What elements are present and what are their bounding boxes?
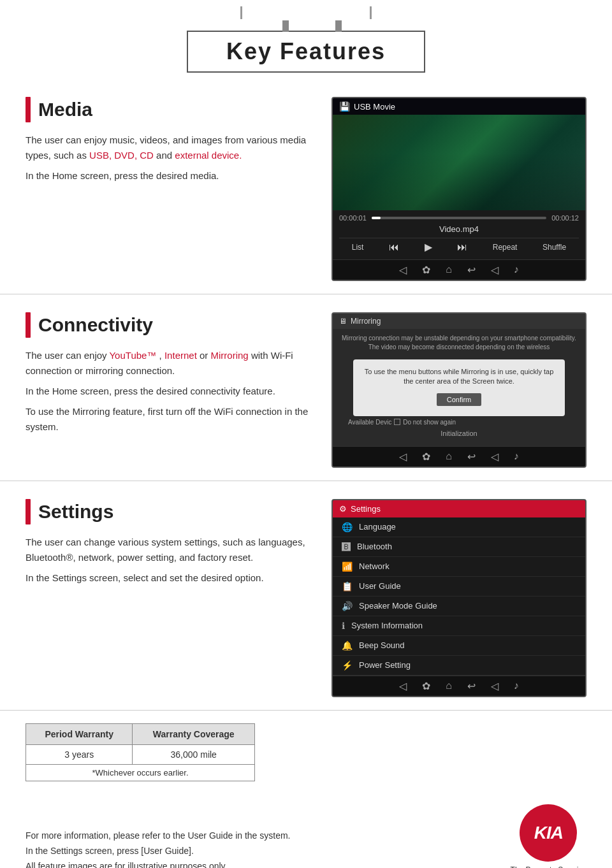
settings-network-label: Network (359, 561, 390, 571)
usb-progress-fill (372, 217, 381, 219)
mirror-nav-settings[interactable]: ✿ (422, 451, 430, 463)
mirror-confirm-btn[interactable]: Confirm (437, 393, 482, 406)
mirror-nav-sound[interactable]: ◁ (491, 451, 499, 463)
mirror-checkbox-label: Do not show again (403, 419, 456, 426)
settings-body2: In the Settings screen, select and set t… (26, 570, 312, 586)
settings-item-beep[interactable]: 🔔 Beep Sound (333, 636, 585, 656)
nav-mute-icon[interactable]: ♪ (514, 264, 519, 276)
footer-line1: For more information, please refer to th… (26, 828, 291, 844)
settings-nav-mute[interactable]: ♪ (514, 680, 519, 692)
connectivity-body1b: , (159, 350, 164, 361)
mirror-dialog: To use the menu buttons while Mirroring … (353, 359, 565, 416)
usb-topbar-label: USB Movie (354, 102, 395, 112)
mirror-topbar-icon: 🖥 (339, 317, 347, 326)
sysinfo-icon: ℹ (342, 621, 345, 631)
mirror-nav-home[interactable]: ⌂ (446, 451, 452, 463)
warranty-table: Period Warranty Warranty Coverage 3 year… (26, 723, 255, 765)
mirror-body: Mirroring connection may be unstable dep… (333, 329, 585, 446)
connectivity-title: Connectivity (38, 314, 153, 336)
warranty-col2-header: Warranty Coverage (133, 723, 255, 744)
nav-sound-icon[interactable]: ◁ (491, 264, 499, 276)
nav-return-icon[interactable]: ↩ (467, 264, 476, 276)
footer-text: For more information, please refer to th… (26, 828, 291, 868)
usb-icon: 💾 (339, 101, 350, 112)
footer-section: For more information, please refer to th… (0, 794, 612, 868)
warranty-section: Period Warranty Warranty Coverage 3 year… (0, 711, 612, 794)
media-highlight2: external device. (175, 150, 242, 161)
mirror-available-label: Available Devic (348, 419, 391, 426)
mirror-dialog-text: To use the menu buttons while Mirroring … (363, 367, 555, 387)
settings-nav-back[interactable]: ◁ (399, 680, 407, 692)
beep-icon: 🔔 (342, 640, 353, 651)
settings-topbar-label: Settings (351, 504, 381, 514)
settings-title: Settings (38, 501, 113, 523)
settings-language-label: Language (359, 522, 396, 532)
settings-item-power[interactable]: ⚡ Power Setting (333, 656, 585, 676)
settings-screen-mock: ⚙ Settings 🌐 Language 🅱 Bluetooth 📶 Netw… (332, 499, 586, 697)
connectivity-section: Connectivity The user can enjoy YouTube™… (0, 294, 612, 481)
usb-next-btn[interactable]: ⏭ (457, 242, 467, 253)
usb-progress-row: 00:00:01 00:00:12 (339, 214, 579, 222)
mirror-checkbox[interactable] (394, 419, 400, 425)
settings-list: 🌐 Language 🅱 Bluetooth 📶 Network 📋 User … (333, 517, 585, 676)
network-icon: 📶 (342, 561, 353, 572)
usb-topbar: 💾 USB Movie (333, 98, 585, 115)
bluetooth-icon: 🅱 (342, 542, 351, 552)
settings-item-network[interactable]: 📶 Network (333, 557, 585, 577)
settings-red-bar (26, 499, 31, 524)
settings-sysinfo-label: System Information (351, 621, 423, 630)
mirror-nav-return[interactable]: ↩ (467, 451, 476, 463)
footer-line3: All feature images are for illustrative … (26, 859, 291, 868)
media-body2: In the Home screen, press the desired me… (26, 168, 312, 184)
nav-back-icon[interactable]: ◁ (399, 264, 407, 276)
usb-prev-btn[interactable]: ⏮ (389, 242, 399, 253)
connectivity-body3: To use the Mirroring feature, first turn… (26, 404, 312, 435)
internet-highlight: Internet (164, 350, 197, 361)
kia-logo: KIA (520, 804, 577, 862)
usb-bottom-nav: ◁ ✿ ⌂ ↩ ◁ ♪ (333, 259, 585, 280)
mirror-nav-mute[interactable]: ♪ (514, 451, 519, 463)
nav-home-icon[interactable]: ⌂ (446, 264, 452, 276)
settings-nav-sound[interactable]: ◁ (491, 680, 499, 692)
mirror-nav-back[interactable]: ◁ (399, 451, 407, 463)
mirror-topbar-label: Mirroring (351, 317, 381, 326)
usb-repeat-btn[interactable]: Repeat (493, 243, 518, 252)
usb-video-area (333, 115, 585, 210)
settings-item-sysinfo[interactable]: ℹ System Information (333, 616, 585, 636)
settings-nav-home[interactable]: ⌂ (446, 680, 452, 692)
settings-text: Settings The user can change various sys… (26, 499, 312, 591)
usb-progress-bar[interactable] (372, 217, 546, 219)
usb-play-btn[interactable]: ▶ (425, 241, 432, 253)
settings-body1: The user can change various system setti… (26, 535, 312, 565)
mirroring-screen: 🖥 Mirroring Mirroring connection may be … (332, 312, 586, 468)
media-screen-container: 💾 USB Movie 00:00:01 00:00:12 Video.mp4 … (332, 97, 586, 281)
mirror-init: Initialization (340, 426, 578, 441)
page-header: Key Features (0, 19, 612, 79)
media-highlight1: USB, DVD, CD (89, 150, 154, 161)
usb-shuffle-btn[interactable]: Shuffle (543, 243, 566, 252)
media-heading: Media (26, 97, 312, 122)
usb-time-end: 00:00:12 (551, 214, 579, 222)
deco-line-left (240, 6, 242, 19)
usb-buttons: List ⏮ ▶ ⏭ Repeat Shuffle (339, 238, 579, 256)
usb-controls: 00:00:01 00:00:12 Video.mp4 List ⏮ ▶ ⏭ R… (333, 210, 585, 259)
usb-list-btn[interactable]: List (352, 243, 364, 252)
nav-settings-icon[interactable]: ✿ (422, 264, 430, 276)
settings-item-userguide[interactable]: 📋 User Guide (333, 577, 585, 597)
settings-nav-settings[interactable]: ✿ (422, 680, 430, 692)
media-red-bar (26, 97, 31, 122)
settings-nav-return[interactable]: ↩ (467, 680, 476, 692)
connectivity-heading: Connectivity (26, 312, 312, 338)
settings-item-speakerguide[interactable]: 🔊 Speaker Mode Guide (333, 597, 585, 616)
connectivity-screen-container: 🖥 Mirroring Mirroring connection may be … (332, 312, 586, 468)
settings-item-language[interactable]: 🌐 Language (333, 517, 585, 537)
warranty-period: 3 years (26, 744, 133, 764)
settings-item-bluetooth[interactable]: 🅱 Bluetooth (333, 537, 585, 557)
settings-bluetooth-label: Bluetooth (357, 542, 392, 551)
usb-filename: Video.mp4 (339, 224, 579, 234)
media-body: The user can enjoy music, videos, and im… (26, 133, 312, 184)
mirror-subtitle: Mirroring connection may be unstable dep… (340, 334, 578, 352)
page-title: Key Features (226, 38, 386, 64)
settings-topbar-icon: ⚙ (339, 504, 347, 514)
deco-line-right (370, 6, 372, 19)
